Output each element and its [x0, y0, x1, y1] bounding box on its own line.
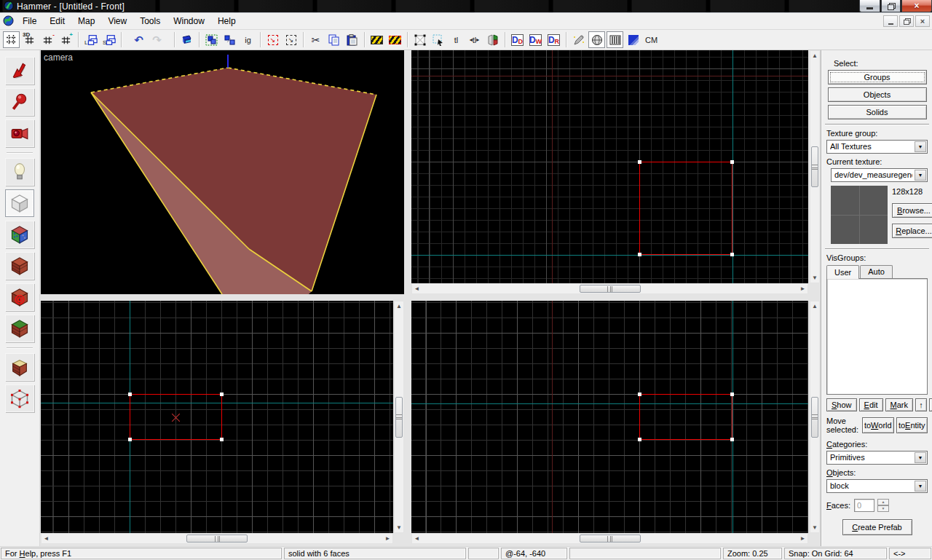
scroll-left-icon[interactable]: ◄ — [42, 534, 51, 543]
viewport-2d-side-hscrollbar[interactable]: ◄ ► — [411, 533, 808, 544]
chevron-down-icon[interactable]: ▼ — [915, 452, 926, 463]
objects-select[interactable]: block ▼ — [826, 479, 928, 493]
fence-button[interactable] — [607, 31, 623, 48]
cut-button[interactable]: ✂ — [307, 31, 324, 48]
current-texture-select[interactable]: dev/dev_measuregene ▼ — [831, 168, 928, 182]
viewport-2d-front-vscrollbar[interactable]: ▲ ▼ — [394, 301, 404, 533]
run-dr-button[interactable]: DR — [545, 31, 562, 48]
visgroup-mark-button[interactable]: Mark — [885, 398, 913, 411]
hide-unselected-button[interactable]: ↘ — [283, 31, 299, 48]
selection-handle[interactable] — [220, 393, 224, 396]
magnify-tool-button[interactable] — [5, 88, 34, 116]
selection-tool-button[interactable] — [5, 57, 34, 84]
menu-item-help[interactable]: Help — [211, 14, 242, 28]
select-groups-button[interactable]: Groups — [828, 70, 927, 84]
close-button[interactable]: × — [901, 0, 932, 12]
block-tool-button[interactable] — [5, 189, 34, 217]
selection-handle[interactable] — [730, 393, 734, 396]
scrollbar-thumb[interactable] — [580, 535, 641, 543]
grid-3d-button[interactable]: 3D — [21, 31, 38, 48]
selection-handle[interactable] — [220, 438, 224, 441]
hide-selected-button[interactable]: ↘ — [264, 31, 281, 48]
browse-button[interactable]: Browse... — [892, 203, 932, 218]
restore-button[interactable] — [881, 0, 901, 12]
menu-item-map[interactable]: Map — [71, 14, 101, 28]
scroll-up-icon[interactable]: ▲ — [395, 301, 404, 311]
vertex-tool-button[interactable] — [5, 384, 34, 412]
viewport-2d-front[interactable] — [41, 301, 393, 533]
selection-center-marker[interactable] — [171, 413, 181, 422]
texture-lock-button[interactable] — [368, 31, 385, 48]
redo-button[interactable]: ↷ — [149, 31, 165, 48]
grid-larger-button[interactable]: + — [58, 31, 74, 48]
selection-handle[interactable] — [638, 393, 641, 396]
cordon-button[interactable] — [570, 31, 587, 48]
menu-item-file[interactable]: File — [16, 14, 43, 28]
save-window-state-button[interactable]: S — [100, 31, 117, 48]
scrollbar-thumb[interactable] — [811, 146, 818, 187]
scrollbar-thumb[interactable] — [580, 285, 641, 293]
menu-item-window[interactable]: Window — [167, 14, 211, 28]
clip-flip-button[interactable] — [484, 31, 501, 48]
select-objects-button[interactable]: Objects — [828, 87, 927, 102]
entity-tool-button[interactable] — [5, 158, 34, 186]
ungroup-button[interactable] — [221, 31, 238, 48]
viewport-2d-top-vscrollbar[interactable]: ▲ ▼ — [810, 50, 820, 283]
to-entity-button[interactable]: toEntity — [896, 417, 928, 433]
selection-handle[interactable] — [638, 160, 641, 164]
scroll-right-icon[interactable]: ► — [798, 284, 807, 293]
chevron-down-icon[interactable]: ▼ — [915, 170, 926, 181]
viewport-2d-front-hscrollbar[interactable]: ◄ ► — [41, 533, 393, 544]
copy-button[interactable] — [325, 31, 342, 48]
mdi-close-button[interactable]: × — [915, 15, 930, 27]
group-button[interactable] — [203, 31, 220, 48]
scroll-right-icon[interactable]: ► — [383, 534, 392, 543]
scroll-down-icon[interactable]: ▼ — [810, 523, 820, 532]
categories-select[interactable]: Primitives ▼ — [826, 451, 928, 465]
camera-tool-button[interactable] — [5, 119, 34, 147]
cm-button[interactable]: CM — [643, 31, 660, 48]
menu-item-edit[interactable]: Edit — [43, 14, 71, 28]
overlay-tool-button[interactable] — [5, 315, 34, 342]
undo-button[interactable]: ↶ — [130, 31, 147, 48]
load-window-state-button[interactable]: L — [82, 31, 99, 48]
selection-handle[interactable] — [730, 160, 734, 164]
title-bar[interactable]: Hammer - [Untitled - Front] × — [0, 0, 932, 13]
sphere-button[interactable] — [588, 31, 605, 48]
selection-handle[interactable] — [128, 393, 132, 396]
selection-handle[interactable] — [128, 438, 132, 441]
replace-button[interactable]: Replace... — [892, 224, 932, 238]
clipping-tool-button[interactable] — [5, 353, 34, 381]
visgroup-edit-button[interactable]: Edit — [859, 398, 883, 411]
create-prefab-button[interactable]: Create Prefab — [842, 519, 912, 535]
apply-decals-button[interactable] — [5, 283, 34, 311]
menu-item-tools[interactable]: Tools — [133, 14, 167, 28]
apply-texture-button[interactable] — [5, 252, 34, 280]
faces-input[interactable]: 0 — [854, 499, 874, 512]
scrollbar-thumb[interactable] — [186, 535, 248, 543]
viewport-2d-side[interactable] — [411, 301, 808, 533]
to-world-button[interactable]: toWorld — [862, 417, 894, 433]
chevron-down-icon[interactable]: ▼ — [915, 141, 926, 152]
selection-handle[interactable] — [730, 438, 734, 441]
scrollbar-thumb[interactable] — [395, 397, 403, 438]
scroll-down-icon[interactable]: ▼ — [810, 273, 820, 283]
run-dd-button[interactable]: DD — [509, 31, 526, 48]
tab-visgroups-auto[interactable]: Auto — [860, 265, 893, 279]
viewport-2d-top[interactable] — [411, 50, 808, 283]
visgroup-move-down-button[interactable]: ↓ — [929, 398, 932, 411]
scrollbar-thumb[interactable] — [811, 397, 818, 438]
scroll-up-icon[interactable]: ▲ — [810, 301, 820, 311]
texture-scale-lock-button[interactable] — [387, 31, 403, 48]
visgroups-list[interactable] — [826, 278, 928, 395]
selection-rectangle[interactable] — [639, 394, 732, 440]
visgroup-show-button[interactable]: Show — [826, 398, 857, 411]
selection-handle[interactable] — [638, 253, 641, 256]
select-box-button[interactable] — [411, 31, 428, 48]
mdi-restore-button[interactable] — [899, 15, 914, 27]
carve-button[interactable] — [178, 31, 195, 48]
viewport-2d-side-vscrollbar[interactable]: ▲ ▼ — [810, 301, 820, 533]
texture-lock-tl-button[interactable]: tl — [448, 31, 465, 48]
texture-scale-tl-button[interactable]: ◂ tl ▸ — [466, 31, 483, 48]
scroll-left-icon[interactable]: ◄ — [412, 534, 422, 543]
